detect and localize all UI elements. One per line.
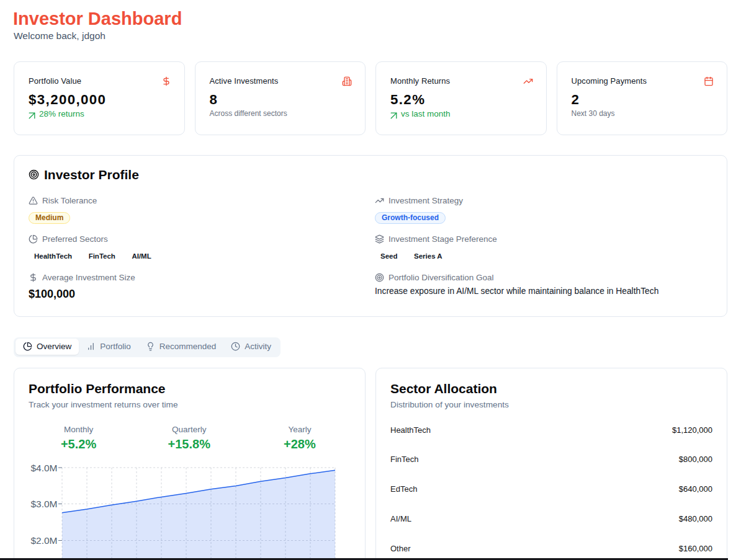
svg-text:$2.0M: $2.0M — [30, 535, 57, 546]
svg-text:$3.0M: $3.0M — [30, 499, 57, 509]
svg-text:$4.0M: $4.0M — [30, 463, 57, 473]
